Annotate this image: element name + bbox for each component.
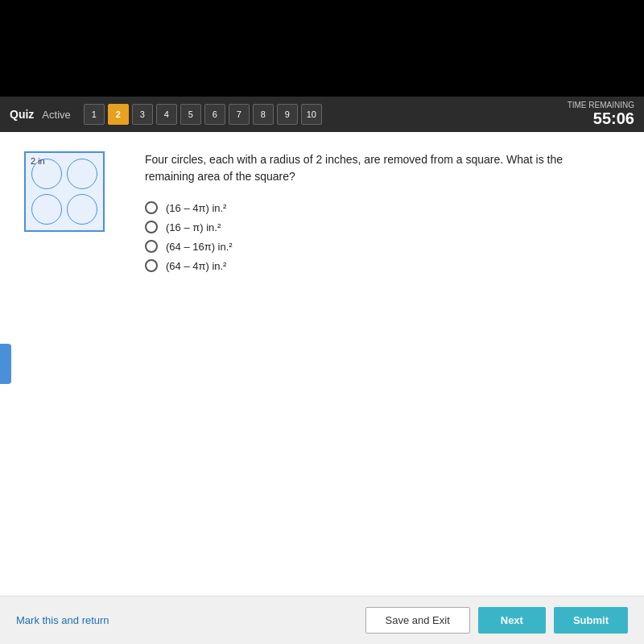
question-btn-8[interactable]: 8: [253, 104, 274, 125]
circle-cell-2: [64, 156, 100, 192]
radio-a[interactable]: [145, 201, 158, 214]
option-a[interactable]: (16 – 4π) in.²: [145, 201, 612, 214]
radio-c[interactable]: [145, 240, 158, 253]
bottom-bar: Mark this and return Save and Exit Next …: [0, 596, 644, 644]
save-exit-button[interactable]: Save and Exit: [365, 607, 470, 634]
question-btn-1[interactable]: 1: [84, 104, 105, 125]
bottom-buttons: Save and Exit Next Submit: [365, 607, 628, 634]
quiz-label: Quiz: [10, 108, 34, 121]
submit-button[interactable]: Submit: [554, 607, 628, 634]
question-btn-10[interactable]: 10: [301, 104, 322, 125]
question-btn-7[interactable]: 7: [229, 104, 250, 125]
top-bar: Quiz Active 1 2 3 4 5 6 7 8 9 10 TIME RE…: [0, 97, 644, 132]
circle-shape-3: [31, 194, 62, 225]
question-btn-9[interactable]: 9: [277, 104, 298, 125]
radius-label: 2 in: [31, 156, 45, 166]
option-c[interactable]: (64 – 16π) in.²: [145, 240, 612, 253]
radio-d[interactable]: [145, 259, 158, 272]
timer-label: TIME REMAINING: [568, 101, 634, 109]
question-btn-2[interactable]: 2: [108, 104, 129, 125]
question-btn-6[interactable]: 6: [204, 104, 225, 125]
option-b-text: (16 – π) in.²: [166, 221, 221, 233]
timer-value: 55:06: [568, 109, 634, 128]
option-d-text: (64 – 4π) in.²: [166, 260, 226, 272]
question-text: Four circles, each with a radius of 2 in…: [145, 151, 612, 185]
radio-b[interactable]: [145, 221, 158, 233]
option-c-text: (64 – 16π) in.²: [166, 241, 233, 253]
option-b[interactable]: (16 – π) in.²: [145, 221, 612, 233]
question-btn-5[interactable]: 5: [180, 104, 201, 125]
active-label: Active: [42, 109, 70, 121]
options-list: (16 – 4π) in.² (16 – π) in.² (64 – 16π) …: [145, 201, 612, 272]
question-btn-4[interactable]: 4: [156, 104, 177, 125]
question-area: Four circles, each with a radius of 2 in…: [145, 151, 612, 580]
circle-cell-4: [64, 192, 100, 227]
option-a-text: (16 – 4π) in.²: [166, 202, 226, 214]
timer-section: TIME REMAINING 55:06: [568, 101, 634, 128]
side-tab: [0, 344, 11, 384]
diagram: 2 in: [24, 151, 121, 580]
circle-cell-3: [29, 192, 64, 227]
circle-shape-2: [67, 159, 97, 189]
content-area: 2 in Four cir: [0, 132, 644, 596]
question-nav: 1 2 3 4 5 6 7 8 9 10: [84, 104, 322, 125]
circle-shape-4: [67, 194, 97, 225]
next-button[interactable]: Next: [478, 607, 546, 634]
mark-return-link[interactable]: Mark this and return: [16, 614, 109, 626]
square-diagram: 2 in: [24, 151, 105, 232]
question-btn-3[interactable]: 3: [132, 104, 153, 125]
option-d[interactable]: (64 – 4π) in.²: [145, 259, 612, 272]
